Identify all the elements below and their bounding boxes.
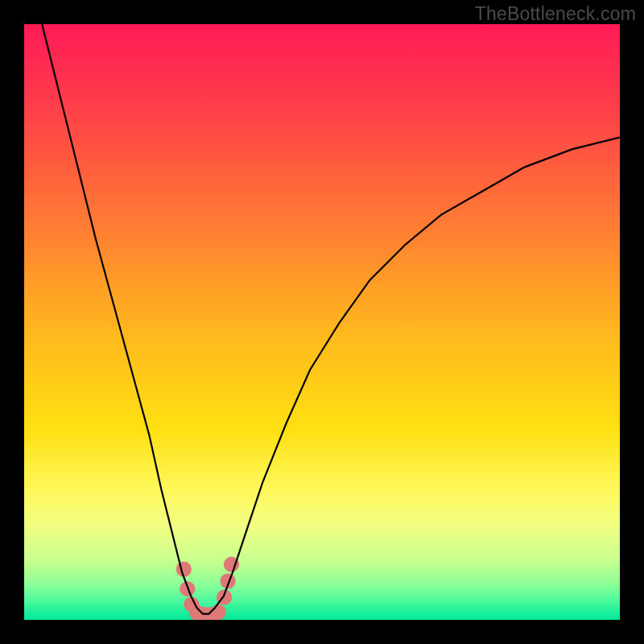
chart-curve [42, 24, 620, 614]
chart-plot-area [24, 24, 620, 620]
chart-frame: TheBottleneck.com [0, 0, 644, 644]
chart-svg [24, 24, 620, 620]
chart-markers [176, 557, 239, 620]
marker-bottom-dot-4 [211, 605, 226, 620]
watermark-text: TheBottleneck.com [475, 3, 636, 25]
